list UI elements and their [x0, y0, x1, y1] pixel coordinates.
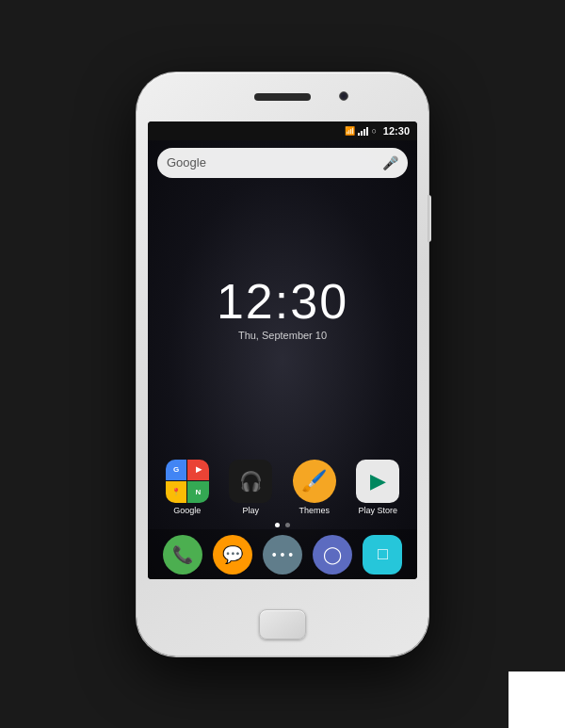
- status-time: 12:30: [383, 125, 410, 137]
- settings-icon: □: [378, 544, 388, 564]
- clock-date: Thu, September 10: [238, 330, 327, 341]
- store-icon: ▶: [370, 469, 386, 493]
- playstore-app-icon: ▶: [356, 460, 399, 503]
- google-app-label: Google: [173, 506, 201, 515]
- status-icons: 📶 ○ 12:30: [345, 125, 410, 137]
- dock-phone[interactable]: 📞: [163, 535, 202, 574]
- app-item-themes[interactable]: 🖌️ Themes: [293, 460, 336, 515]
- phone-container: 📶 ○ 12:30 Google 🎤: [137, 73, 428, 656]
- headphone-icon: 🎧: [239, 470, 263, 493]
- app-row: G ▶ 📍 N Google 🎧 Play: [148, 460, 417, 519]
- page-dots: [148, 519, 417, 529]
- earpiece: [254, 93, 311, 101]
- google-logo-text: Google: [167, 155, 382, 170]
- google-cell-1: G: [166, 460, 187, 481]
- themes-app-icon: 🖌️: [293, 460, 336, 503]
- dock: 📞 💬 • • • ◯ □: [148, 529, 417, 579]
- signal-icon: [358, 126, 368, 136]
- phone-icon: 📞: [172, 544, 193, 565]
- corner-square: [508, 671, 565, 728]
- google-cell-2: ▶: [187, 460, 209, 481]
- browser-icon: ◯: [323, 544, 342, 565]
- app-item-playstore[interactable]: ▶ Play Store: [356, 460, 399, 515]
- google-app-icon: G ▶ 📍 N: [166, 460, 209, 503]
- dock-browser[interactable]: ◯: [313, 535, 352, 574]
- power-button[interactable]: [428, 195, 431, 242]
- dock-settings[interactable]: □: [363, 535, 402, 574]
- app-item-google[interactable]: G ▶ 📍 N Google: [166, 460, 209, 515]
- message-icon: 💬: [222, 544, 243, 565]
- mic-icon[interactable]: 🎤: [382, 155, 398, 170]
- clock-area: 12:30 Thu, September 10: [148, 178, 417, 460]
- playstore-app-label: Play Store: [358, 506, 397, 515]
- alarm-icon: ○: [371, 126, 376, 136]
- wallpaper: Google 🎤 12:30 Thu, September 10 G ▶ 📍 N: [148, 140, 417, 579]
- search-bar[interactable]: Google 🎤: [157, 148, 408, 178]
- play-app-label: Play: [242, 506, 259, 515]
- apps-grid-icon: • • •: [272, 547, 293, 562]
- home-button[interactable]: [259, 609, 306, 639]
- google-cell-3: 📍: [166, 481, 187, 503]
- front-camera: [339, 91, 348, 101]
- clock-time: 12:30: [217, 277, 348, 326]
- play-app-icon: 🎧: [229, 460, 272, 503]
- brush-icon: 🖌️: [301, 469, 327, 493]
- screen: 📶 ○ 12:30 Google 🎤: [148, 121, 417, 579]
- google-cell-4: N: [187, 481, 209, 503]
- dot-1: [275, 523, 280, 527]
- status-bar: 📶 ○ 12:30: [148, 121, 417, 140]
- themes-app-label: Themes: [299, 506, 330, 515]
- dot-2: [285, 523, 290, 527]
- dock-messages[interactable]: 💬: [213, 535, 252, 574]
- app-item-play[interactable]: 🎧 Play: [229, 460, 272, 515]
- wifi-icon: 📶: [345, 126, 355, 136]
- dock-apps[interactable]: • • •: [263, 535, 302, 574]
